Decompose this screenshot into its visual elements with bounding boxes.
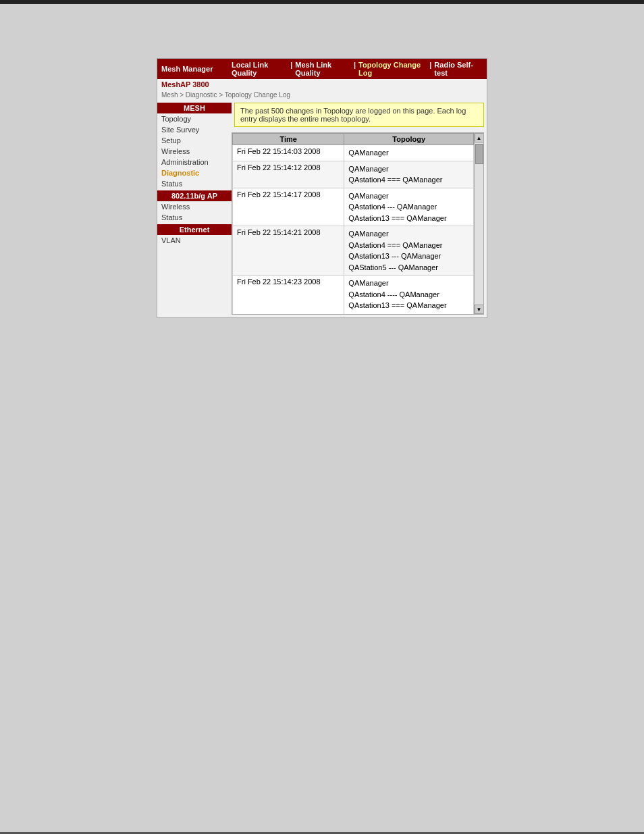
sidebar-item-topology[interactable]: Topology <box>157 113 232 124</box>
scroll-down-button[interactable]: ▼ <box>475 305 484 314</box>
sidebar-item-wireless[interactable]: Wireless <box>157 146 232 157</box>
sidebar-mesh-header: MESH <box>157 103 232 113</box>
nav-topology-change-log[interactable]: Topology Change Log <box>356 61 429 77</box>
sidebar-item-status-mesh[interactable]: Status <box>157 178 232 189</box>
log-table: Time Topology Fri Feb 22 15:14:03 2008 Q… <box>232 133 474 315</box>
table-row: Fri Feb 22 15:14:23 2008 QAManagerQAstat… <box>233 276 474 315</box>
sidebar-section-mesh: MESH Topology Site Survey Setup Wireless… <box>157 103 232 189</box>
cell-topology-2: QAManagerQAstation4 --- QAManagerQAstati… <box>344 188 474 226</box>
header-bar: Mesh Manager Local Link Quality | Mesh L… <box>157 59 487 79</box>
nav-radio-self-test[interactable]: Radio Self-test <box>431 61 483 77</box>
nav-local-link-quality[interactable]: Local Link Quality <box>229 61 290 77</box>
header-links: Local Link Quality | Mesh Link Quality |… <box>229 61 483 77</box>
sidebar-item-site-survey[interactable]: Site Survey <box>157 124 232 135</box>
info-box: The past 500 changes in Topology are log… <box>234 103 484 127</box>
breadcrumb: Mesh > Diagnostic > Topology Change Log <box>157 90 487 100</box>
sidebar-item-setup[interactable]: Setup <box>157 135 232 146</box>
cell-time-4: Fri Feb 22 15:14:23 2008 <box>233 276 344 315</box>
col-time: Time <box>233 134 344 145</box>
cell-topology-0: QAManager <box>344 145 474 161</box>
sidebar-item-administration[interactable]: Administration <box>157 157 232 167</box>
col-topology: Topology <box>344 134 474 145</box>
cell-time-0: Fri Feb 22 15:14:03 2008 <box>233 145 344 161</box>
ui-panel: Mesh Manager Local Link Quality | Mesh L… <box>157 58 487 318</box>
scroll-up-button[interactable]: ▲ <box>475 133 484 142</box>
sidebar-80211-header: 802.11b/g AP <box>157 190 232 201</box>
sidebar: MESH Topology Site Survey Setup Wireless… <box>157 100 232 317</box>
cell-topology-3: QAManagerQAstation4 === QAManagerQAstati… <box>344 226 474 276</box>
scroll-thumb[interactable] <box>475 144 483 164</box>
cell-topology-4: QAManagerQAstation4 ---- QAManagerQAstat… <box>344 276 474 315</box>
cell-time-2: Fri Feb 22 15:14:17 2008 <box>233 188 344 226</box>
table-row: Fri Feb 22 15:14:17 2008 QAManagerQAstat… <box>233 188 474 226</box>
header-title: Mesh Manager <box>161 65 229 73</box>
device-name: MeshAP 3800 <box>157 79 487 90</box>
sidebar-item-wireless-ap[interactable]: Wireless <box>157 201 232 212</box>
content-area: Mesh Manager Local Link Quality | Mesh L… <box>0 4 644 372</box>
content-right: The past 500 changes in Topology are log… <box>232 100 487 317</box>
nav-mesh-link-quality[interactable]: Mesh Link Quality <box>292 61 354 77</box>
sidebar-ethernet-header: Ethernet <box>157 224 232 235</box>
table-row: Fri Feb 22 15:14:12 2008 QAManagerQAstat… <box>233 161 474 188</box>
sidebar-section-80211: 802.11b/g AP Wireless Status <box>157 190 232 223</box>
cell-time-3: Fri Feb 22 15:14:21 2008 <box>233 226 344 276</box>
table-row: Fri Feb 22 15:14:21 2008 QAManagerQAstat… <box>233 226 474 276</box>
scrollbar[interactable]: ▲ ▼ <box>474 133 483 314</box>
page-container: Mesh Manager Local Link Quality | Mesh L… <box>0 0 644 834</box>
sidebar-section-ethernet: Ethernet VLAN <box>157 224 232 246</box>
scrollable-wrapper: Time Topology Fri Feb 22 15:14:03 2008 Q… <box>232 132 484 315</box>
cell-topology-1: QAManagerQAstation4 === QAManager <box>344 161 474 188</box>
sidebar-item-diagnostic[interactable]: Diagnostic <box>157 167 232 178</box>
sidebar-item-vlan[interactable]: VLAN <box>157 235 232 246</box>
main-layout: MESH Topology Site Survey Setup Wireless… <box>157 100 487 317</box>
cell-time-1: Fri Feb 22 15:14:12 2008 <box>233 161 344 188</box>
table-row: Fri Feb 22 15:14:03 2008 QAManager <box>233 145 474 161</box>
table-container: Time Topology Fri Feb 22 15:14:03 2008 Q… <box>232 132 484 315</box>
sidebar-item-status-ap[interactable]: Status <box>157 212 232 223</box>
